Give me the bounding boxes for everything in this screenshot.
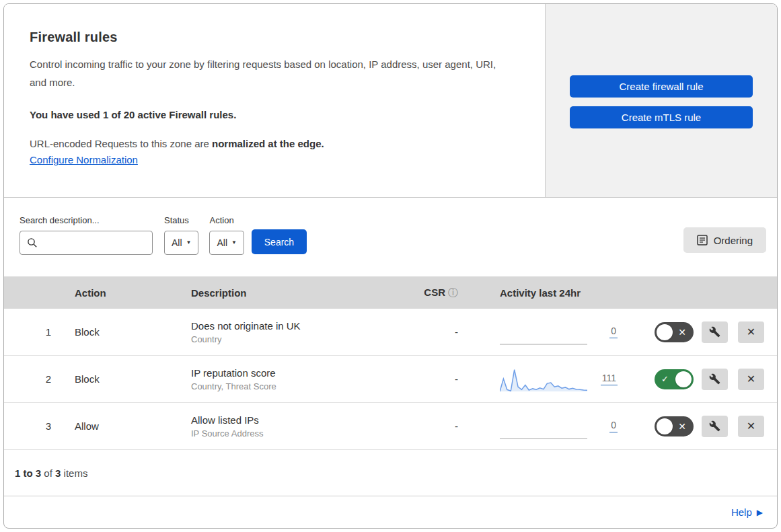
info-icon: ⓘ (448, 287, 458, 298)
pagination-items: items (61, 467, 87, 479)
pagination-of: of (41, 467, 55, 479)
status-select[interactable]: All ▼ (164, 231, 198, 255)
action-select[interactable]: All ▼ (209, 231, 244, 255)
delete-rule-button[interactable]: ✕ (738, 369, 764, 390)
configure-normalization-link[interactable]: Configure Normalization (30, 154, 138, 165)
create-firewall-rule-button[interactable]: Create firewall rule (570, 75, 753, 98)
activity-sparkline (500, 413, 587, 440)
rule-priority: 2 (4, 373, 65, 385)
toggle-knob (675, 371, 692, 387)
rule-description: IP reputation score (191, 367, 413, 379)
help-link[interactable]: Help ▶ (731, 506, 763, 518)
help-link-label: Help (731, 506, 752, 518)
table-header-row: Action Description CSRⓘ Activity last 24… (4, 276, 777, 309)
rule-criteria: Country, Threat Score (191, 381, 413, 391)
rule-activity-cell: 0 (475, 319, 640, 346)
description-column-header: Description (182, 287, 413, 299)
table-row: 1 Block Does not originate in UK Country… (4, 309, 777, 356)
rule-enabled-toggle[interactable]: ✕ (655, 416, 694, 436)
action-column-header: Action (65, 287, 182, 299)
status-field-label: Status (164, 215, 198, 225)
chevron-down-icon: ▼ (231, 240, 237, 245)
rule-controls: ✓ ✕ (640, 369, 777, 390)
usage-summary: You have used 1 of 20 active Firewall ru… (30, 109, 525, 120)
rule-description-cell: Allow listed IPs IP Source Address (182, 414, 413, 439)
search-button[interactable]: Search (252, 229, 307, 254)
edit-rule-button[interactable] (702, 416, 728, 437)
wrench-icon (709, 420, 720, 432)
activity-count-link[interactable]: 0 (609, 326, 618, 338)
page-description: Control incoming traffic to your zone by… (30, 56, 507, 91)
rule-description: Allow listed IPs (191, 414, 413, 426)
toggle-state-icon: ✕ (678, 416, 686, 436)
rule-description: Does not originate in UK (191, 320, 413, 332)
firewall-rules-card: Firewall rules Control incoming traffic … (3, 3, 778, 529)
rule-controls: ✕ ✕ (640, 321, 777, 343)
ordering-list-icon (697, 235, 708, 245)
rule-controls: ✕ ✕ (640, 416, 777, 437)
rule-description-cell: IP reputation score Country, Threat Scor… (182, 367, 413, 391)
action-select-value: All (217, 237, 227, 248)
action-field-group: Action All ▼ (209, 215, 244, 255)
status-field-group: Status All ▼ (164, 215, 198, 255)
rule-action: Block (65, 326, 182, 338)
rule-csr-value: - (413, 326, 475, 338)
arrow-right-icon: ▶ (757, 508, 763, 517)
normalization-note: URL-encoded Requests to this zone are no… (30, 138, 525, 149)
actions-panel: Create firewall rule Create mTLS rule (545, 4, 777, 197)
table-row: 3 Allow Allow listed IPs IP Source Addre… (4, 403, 777, 450)
toggle-knob (657, 418, 673, 434)
toggle-knob (657, 324, 673, 340)
activity-count-link[interactable]: 111 (601, 373, 618, 385)
page-title: Firewall rules (30, 30, 525, 45)
rule-priority: 3 (4, 420, 65, 432)
action-field-label: Action (209, 215, 244, 225)
close-icon: ✕ (747, 420, 755, 432)
search-field-label: Search description... (20, 215, 153, 225)
search-input-box[interactable] (20, 231, 153, 255)
rule-activity-cell: 0 (475, 413, 640, 440)
ordering-button-label: Ordering (714, 235, 753, 246)
activity-count-link[interactable]: 0 (609, 420, 618, 432)
search-icon (27, 237, 38, 248)
csr-header-label: CSR (424, 287, 445, 298)
rule-action: Block (65, 373, 182, 385)
header-text-panel: Firewall rules Control incoming traffic … (4, 4, 545, 197)
chevron-down-icon: ▼ (186, 240, 192, 245)
activity-sparkline (500, 366, 587, 393)
help-bar: Help ▶ (4, 496, 777, 528)
rule-enabled-toggle[interactable]: ✕ (655, 322, 694, 342)
edit-rule-button[interactable] (702, 369, 728, 390)
pagination-range: 1 to 3 (15, 467, 41, 479)
rule-enabled-toggle[interactable]: ✓ (655, 369, 694, 389)
edit-rule-button[interactable] (702, 321, 728, 343)
status-select-value: All (172, 237, 182, 248)
delete-rule-button[interactable]: ✕ (738, 321, 764, 343)
pagination-summary: 1 to 3 of 3 items (4, 450, 777, 496)
filter-bar: Search description... Status All ▼ Acti (4, 198, 777, 276)
rule-priority: 1 (4, 326, 65, 338)
csr-column-header: CSRⓘ (413, 287, 475, 299)
ordering-button[interactable]: Ordering (683, 227, 766, 253)
close-icon: ✕ (747, 326, 755, 338)
table-row: 2 Block IP reputation score Country, Thr… (4, 356, 777, 403)
toggle-state-icon: ✕ (678, 322, 686, 342)
normalization-note-prefix: URL-encoded Requests to this zone are (30, 138, 212, 149)
activity-column-header: Activity last 24hr (475, 287, 640, 299)
wrench-icon (709, 326, 720, 338)
search-input[interactable] (43, 237, 145, 248)
search-field-group: Search description... (20, 215, 153, 255)
header-section: Firewall rules Control incoming traffic … (4, 4, 777, 198)
rule-activity-cell: 111 (475, 366, 640, 393)
wrench-icon (709, 373, 720, 385)
delete-rule-button[interactable]: ✕ (738, 416, 764, 437)
toggle-state-icon: ✓ (661, 369, 669, 389)
rule-criteria: Country (191, 334, 413, 344)
rule-csr-value: - (413, 420, 475, 432)
rule-description-cell: Does not originate in UK Country (182, 320, 413, 344)
rule-criteria: IP Source Address (191, 428, 413, 439)
rule-csr-value: - (413, 373, 475, 385)
normalization-note-bold: normalized at the edge. (212, 138, 324, 149)
rule-action: Allow (65, 420, 182, 432)
create-mtls-rule-button[interactable]: Create mTLS rule (570, 106, 753, 128)
